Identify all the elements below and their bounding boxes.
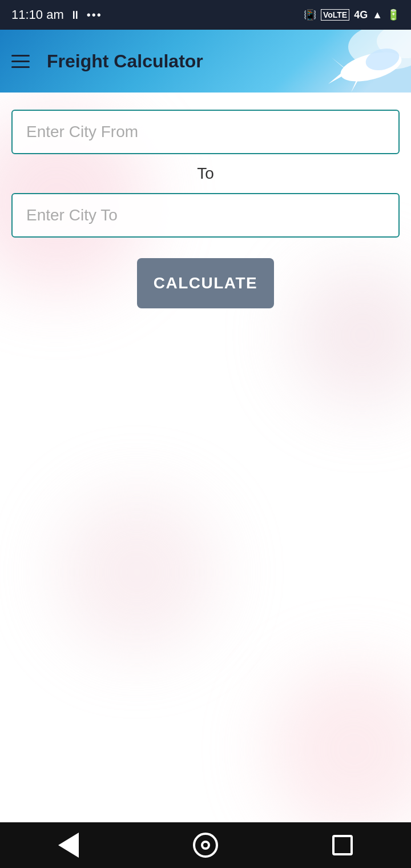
- app-header: Freight Calculator: [0, 30, 411, 93]
- volte-icon: VoLTE: [321, 9, 349, 21]
- to-label: To: [11, 154, 400, 193]
- status-right: 📳 VoLTE 4G ▲ 🔋: [304, 9, 400, 21]
- bottom-navigation: [0, 822, 411, 868]
- hamburger-line-3: [11, 66, 30, 68]
- page-title: Freight Calculator: [47, 51, 203, 72]
- svg-marker-6: [331, 57, 345, 69]
- airplane-svg: [297, 30, 411, 93]
- hamburger-line-2: [11, 61, 30, 62]
- status-left: 11:10 am ⏸ •••: [11, 7, 102, 22]
- home-inner-circle: [201, 841, 210, 850]
- calculate-button[interactable]: CALCULATE: [137, 258, 274, 308]
- vibrate-icon: 📳: [304, 9, 316, 21]
- hamburger-line-1: [11, 55, 30, 57]
- home-button[interactable]: [185, 825, 226, 866]
- home-circle-icon: [193, 833, 218, 858]
- main-content: To CALCULATE: [0, 93, 411, 822]
- city-from-input[interactable]: [11, 110, 400, 154]
- time-display: 11:10 am: [11, 7, 64, 22]
- city-to-input[interactable]: [11, 193, 400, 238]
- recent-square-icon: [332, 835, 353, 855]
- media-icon: ⏸: [70, 9, 81, 22]
- dots-indicator: •••: [87, 9, 102, 22]
- status-bar: 11:10 am ⏸ ••• 📳 VoLTE 4G ▲ 🔋: [0, 0, 411, 30]
- recent-button[interactable]: [322, 825, 363, 866]
- 4g-icon: 4G: [354, 9, 368, 21]
- back-arrow-icon: [58, 833, 79, 858]
- form-container: To CALCULATE: [0, 93, 411, 320]
- back-button[interactable]: [48, 825, 89, 866]
- hamburger-menu-button[interactable]: [11, 50, 33, 72]
- bg-blob-4: [268, 664, 411, 822]
- airplane-decoration: [297, 30, 411, 93]
- bg-blob-3: [57, 492, 217, 652]
- signal-icon: ▲: [372, 9, 382, 21]
- battery-icon: 🔋: [387, 9, 400, 21]
